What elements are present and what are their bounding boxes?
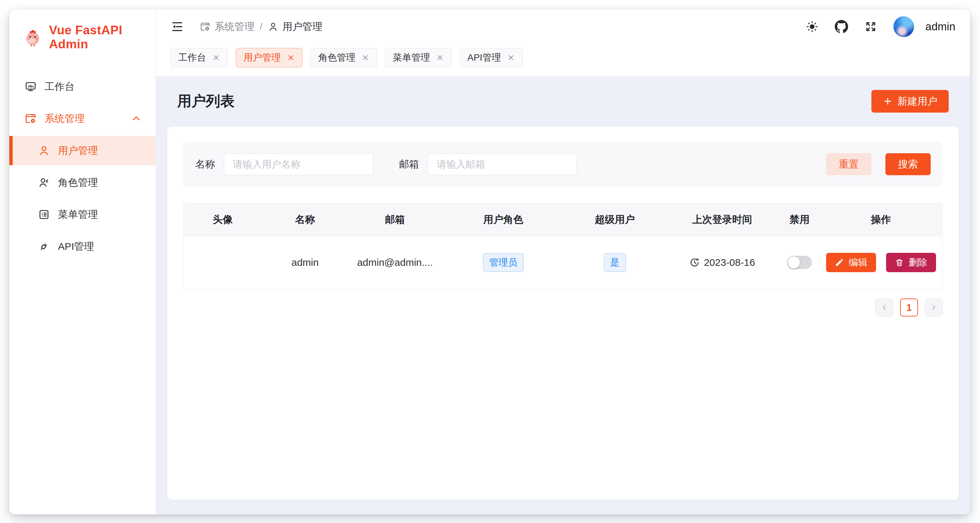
reset-button[interactable]: 重置: [826, 153, 872, 175]
edit-button-label: 编辑: [849, 256, 867, 269]
person-arrow-icon: [38, 176, 50, 189]
cell-disabled: [780, 256, 819, 269]
tab-menu-management[interactable]: 菜单管理: [385, 48, 452, 67]
person-icon: [38, 145, 50, 157]
user-table: 头像 名称 邮箱 用户角色 超级用户 上次登录时间 禁用 操作 admin ad…: [183, 203, 943, 289]
github-icon[interactable]: [835, 20, 848, 33]
sidebar-item-api-management[interactable]: API管理: [10, 232, 156, 261]
edit-button[interactable]: 编辑: [826, 253, 876, 272]
menu-fold-icon[interactable]: [170, 20, 184, 33]
list-icon: [38, 208, 50, 221]
tab-api-management[interactable]: API管理: [460, 48, 523, 67]
toggle-knob: [788, 256, 800, 269]
expand-icon[interactable]: [864, 20, 877, 33]
username[interactable]: admin: [925, 20, 955, 33]
breadcrumb-label: 系统管理: [215, 20, 255, 33]
sidebar-item-label: 菜单管理: [58, 208, 98, 221]
cell-actions: 编辑 删除: [819, 253, 942, 272]
page-title: 用户列表: [177, 92, 234, 111]
new-user-button[interactable]: 新建用户: [872, 90, 949, 113]
breadcrumb-system-management[interactable]: 系统管理: [200, 20, 255, 33]
email-filter-input[interactable]: [428, 153, 577, 175]
app-title: Vue FastAPI Admin: [49, 23, 156, 51]
role-tag: 管理员: [483, 253, 523, 272]
sidebar-item-label: 系统管理: [45, 112, 84, 126]
sidebar-item-system-management[interactable]: 系统管理: [10, 104, 156, 133]
browser-settings-icon: [25, 113, 37, 125]
last-login-value: 2023-08-16: [704, 257, 755, 268]
sidebar-menu: 工作台 系统管理 用户管理: [10, 72, 156, 261]
delete-button[interactable]: 删除: [886, 253, 936, 272]
col-header-avatar: 头像: [183, 213, 262, 227]
x-icon[interactable]: [212, 54, 220, 62]
col-header-name: 名称: [262, 213, 348, 227]
cell-last-login: 2023-08-16: [665, 257, 780, 268]
person-icon: [268, 21, 278, 32]
x-icon[interactable]: [361, 54, 369, 62]
user-list-card: 名称 邮箱 重置 搜索 头像 名称 邮箱 用户角色 超级用户: [167, 127, 959, 500]
trash-icon: [895, 258, 904, 267]
breadcrumb-separator: /: [260, 21, 262, 32]
chevron-up-icon: [130, 114, 142, 124]
col-header-last-login: 上次登录时间: [665, 213, 780, 227]
col-header-superuser: 超级用户: [565, 213, 665, 227]
clock-icon: [689, 257, 700, 268]
app-window: Vue FastAPI Admin 工作台 系统管理: [10, 10, 970, 514]
pagination: 1: [183, 299, 943, 316]
cell-name: admin: [262, 257, 348, 268]
delete-button-label: 删除: [909, 256, 928, 269]
header-actions: admin: [805, 16, 955, 37]
breadcrumb-user-management[interactable]: 用户管理: [268, 20, 323, 33]
page-header: 用户列表 新建用户: [167, 76, 959, 127]
tab-label: 工作台: [178, 51, 206, 64]
tab-workbench[interactable]: 工作台: [170, 48, 228, 67]
sidebar-item-role-management[interactable]: 角色管理: [10, 168, 156, 197]
name-filter-input[interactable]: [224, 153, 373, 175]
name-filter-label: 名称: [195, 157, 215, 171]
col-header-email: 邮箱: [348, 213, 442, 227]
breadcrumb: 系统管理 / 用户管理: [200, 20, 323, 33]
browser-settings-icon: [200, 21, 210, 32]
x-icon[interactable]: [436, 54, 444, 62]
chick-icon: [23, 27, 42, 48]
col-header-disabled: 禁用: [780, 213, 819, 227]
tab-label: 菜单管理: [393, 51, 430, 64]
cell-superuser: 是: [565, 253, 665, 272]
x-icon[interactable]: [507, 54, 515, 62]
tab-label: 角色管理: [318, 51, 355, 64]
search-button[interactable]: 搜索: [885, 153, 931, 175]
user-avatar[interactable]: [893, 16, 914, 37]
query-bar: 名称 邮箱 重置 搜索: [183, 142, 943, 186]
cell-role: 管理员: [442, 253, 565, 272]
table-header-row: 头像 名称 邮箱 用户角色 超级用户 上次登录时间 禁用 操作: [183, 203, 942, 236]
pencil-icon: [835, 258, 844, 267]
tab-user-management[interactable]: 用户管理: [236, 48, 302, 67]
chevron-right-icon: [929, 303, 938, 312]
sun-icon[interactable]: [805, 20, 819, 33]
pagination-next-button[interactable]: [925, 299, 943, 316]
sidebar-item-workbench[interactable]: 工作台: [10, 72, 156, 101]
tab-label: API管理: [467, 51, 501, 64]
disabled-toggle[interactable]: [787, 256, 812, 269]
monitor-icon: [25, 81, 37, 92]
tab-role-management[interactable]: 角色管理: [310, 48, 377, 67]
content-area: 用户列表 新建用户 名称 邮箱 重置 搜索: [156, 76, 970, 514]
app-logo[interactable]: Vue FastAPI Admin: [10, 10, 156, 51]
tab-label: 用户管理: [243, 51, 281, 64]
main-area: 系统管理 / 用户管理: [156, 10, 970, 514]
table-row: admin admin@admin.... 管理员 是: [183, 236, 942, 289]
col-header-actions: 操作: [819, 213, 942, 227]
sidebar-item-menu-management[interactable]: 菜单管理: [10, 200, 156, 229]
top-header: 系统管理 / 用户管理: [156, 10, 970, 44]
cell-email: admin@admin....: [348, 257, 442, 268]
plus-icon: [883, 96, 893, 106]
sidebar-item-label: 角色管理: [58, 176, 98, 189]
sidebar-item-user-management[interactable]: 用户管理: [10, 136, 156, 165]
col-header-role: 用户角色: [442, 213, 565, 227]
pagination-prev-button[interactable]: [875, 299, 893, 316]
tab-bar: 工作台 用户管理 角色管理 菜单管理 API管理: [156, 44, 970, 76]
sidebar-item-label: 用户管理: [58, 144, 98, 157]
breadcrumb-label: 用户管理: [283, 20, 323, 33]
x-icon[interactable]: [287, 54, 295, 62]
pagination-page-1-button[interactable]: 1: [900, 299, 918, 316]
